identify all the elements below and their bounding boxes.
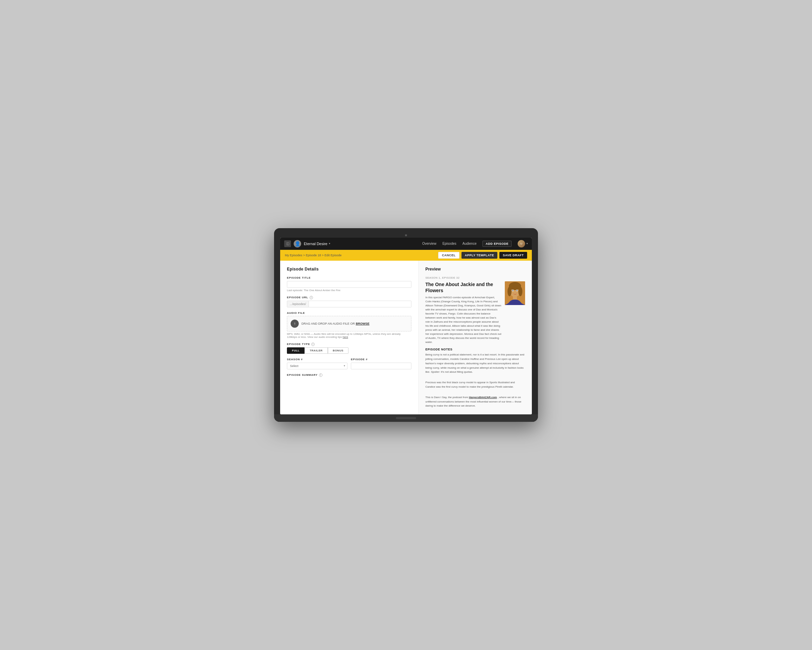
episode-notes-para2: Precious was the first black curvy model… xyxy=(425,381,525,389)
add-episode-button[interactable]: ADD EPISODE xyxy=(482,241,511,247)
user-chevron-icon: ▾ xyxy=(527,242,528,245)
episode-num-input[interactable] xyxy=(351,362,411,369)
episode-thumbnail xyxy=(505,281,525,305)
episode-type-label: EPISODE TYPE i xyxy=(287,343,411,346)
svg-point-4 xyxy=(518,287,522,296)
episode-title-input[interactable] xyxy=(287,281,411,288)
screen: ◫ 👤 Eternal Desire ▾ Overview Episodes A… xyxy=(280,238,532,414)
audio-file-label: AUDIO FILE xyxy=(287,312,411,315)
app-logo: ◫ xyxy=(284,240,291,247)
episode-notes-para1: Being curvy is not a political statement… xyxy=(425,353,525,375)
cancel-button[interactable]: CANCEL xyxy=(438,252,459,258)
nav-links: Overview Episodes Audience ADD EPISODE U… xyxy=(422,240,528,248)
upload-text: DRAG AND DROP AN AUDIO FILE OR BROWSE xyxy=(301,322,369,325)
save-draft-button[interactable]: SAVE DRAFT xyxy=(499,252,527,258)
camera xyxy=(405,234,407,236)
season-field: SEASON # Select ▾ xyxy=(287,358,348,369)
episode-url-label: EPISODE URL i xyxy=(287,296,411,299)
preview-title: Preview xyxy=(425,267,525,272)
episode-summary-field: EPISODE SUMMARY i xyxy=(287,373,411,377)
season-label: SEASON # xyxy=(287,358,348,361)
svg-point-3 xyxy=(508,287,511,296)
type-trailer-button[interactable]: TRAILER xyxy=(304,347,328,354)
user-avatar: U xyxy=(517,240,525,248)
audio-hint: MP3, WAV, or M4A — Audio files will be e… xyxy=(287,332,411,338)
breadcrumb-bar: My Episodes > Episode 18 > Edit Episode … xyxy=(280,250,532,261)
season-select-wrapper: Select ▾ xyxy=(287,362,348,369)
episode-url-input[interactable] xyxy=(309,301,411,307)
episode-title-field: EPISODE TITLE Last episode: The One Abou… xyxy=(287,276,411,292)
episode-type-field: EPISODE TYPE i FULL TRAILER BONUS xyxy=(287,343,411,354)
episode-num-field: EPISODE # xyxy=(351,358,411,369)
episode-url-field: EPISODE URL i .../episodes/ xyxy=(287,296,411,307)
episode-details-title: Episode Details xyxy=(287,267,411,272)
breadcrumb-actions: CANCEL APPLY TEMPLATE SAVE DRAFT xyxy=(438,252,527,258)
brand-chevron-icon: ▾ xyxy=(329,242,330,245)
svg-point-7 xyxy=(512,290,513,291)
audio-file-field: AUDIO FILE ↑ DRAG AND DROP AN AUDIO FILE… xyxy=(287,312,411,338)
season-episode-row: SEASON # Select ▾ EPISODE # xyxy=(287,358,411,373)
laptop-base xyxy=(274,414,538,422)
thumbnail-image xyxy=(505,281,525,305)
episode-num-label: EPISODE # xyxy=(351,358,411,361)
preview-panel: Preview SEASON 1, EPISODE 32 The One Abo… xyxy=(418,261,532,414)
audio-upload-zone[interactable]: ↑ DRAG AND DROP AN AUDIO FILE OR BROWSE xyxy=(287,316,411,332)
season-select[interactable]: Select xyxy=(287,362,348,369)
type-full-button[interactable]: FULL xyxy=(287,347,304,354)
preview-card-text: The One About Jackie and the Flowers In … xyxy=(425,281,501,344)
episode-notes-para3: This is Dare I Say, the podcast from Har… xyxy=(425,395,525,408)
nav-episodes[interactable]: Episodes xyxy=(443,242,456,245)
preview-card: The One About Jackie and the Flowers In … xyxy=(425,281,525,344)
episode-title-hint: Last episode: The One About Amber the Fi… xyxy=(287,289,411,292)
user-menu[interactable]: U ▾ xyxy=(517,240,528,248)
svg-rect-9 xyxy=(513,296,517,300)
brand-avatar: 👤 xyxy=(294,240,301,248)
browse-link[interactable]: BROWSE xyxy=(356,322,369,325)
svg-point-8 xyxy=(516,290,517,291)
breadcrumb: My Episodes > Episode 18 > Edit Episode xyxy=(285,254,342,257)
preview-episode-title: The One About Jackie and the Flowers xyxy=(425,281,501,294)
episode-notes-title: EPISODE NOTES xyxy=(425,348,525,351)
audio-hint-link[interactable]: here xyxy=(343,335,348,338)
episode-summary-info-icon[interactable]: i xyxy=(319,373,322,377)
upload-icon: ↑ xyxy=(291,320,299,328)
episode-url-info-icon[interactable]: i xyxy=(310,296,313,299)
season-episode-label: SEASON 1, EPISODE 32 xyxy=(425,276,525,279)
episode-details-panel: Episode Details EPISODE TITLE Last episo… xyxy=(280,261,418,414)
type-bonus-button[interactable]: BONUS xyxy=(328,347,348,354)
type-buttons: FULL TRAILER BONUS xyxy=(287,347,411,354)
apply-template-button[interactable]: APPLY TEMPLATE xyxy=(461,252,498,258)
episode-summary-label: EPISODE SUMMARY i xyxy=(287,373,411,377)
brand-name[interactable]: Eternal Desire ▾ xyxy=(304,242,330,246)
preview-episode-description: In this special FARGO combo episode of A… xyxy=(425,295,501,344)
nav-overview[interactable]: Overview xyxy=(422,242,437,245)
episode-title-label: EPISODE TITLE xyxy=(287,276,411,279)
nav-audience[interactable]: Audience xyxy=(462,242,477,245)
harpers-bazaar-link[interactable]: HarpersBAAZAR.com xyxy=(469,396,497,399)
main-content: Episode Details EPISODE TITLE Last episo… xyxy=(280,261,532,414)
top-nav: ◫ 👤 Eternal Desire ▾ Overview Episodes A… xyxy=(280,238,532,250)
episode-type-info-icon[interactable]: i xyxy=(311,343,314,346)
url-prefix: .../episodes/ xyxy=(287,301,309,307)
laptop-notch xyxy=(396,417,416,419)
laptop-container: ◫ 👤 Eternal Desire ▾ Overview Episodes A… xyxy=(274,228,538,422)
url-input-wrapper: .../episodes/ xyxy=(287,301,411,307)
